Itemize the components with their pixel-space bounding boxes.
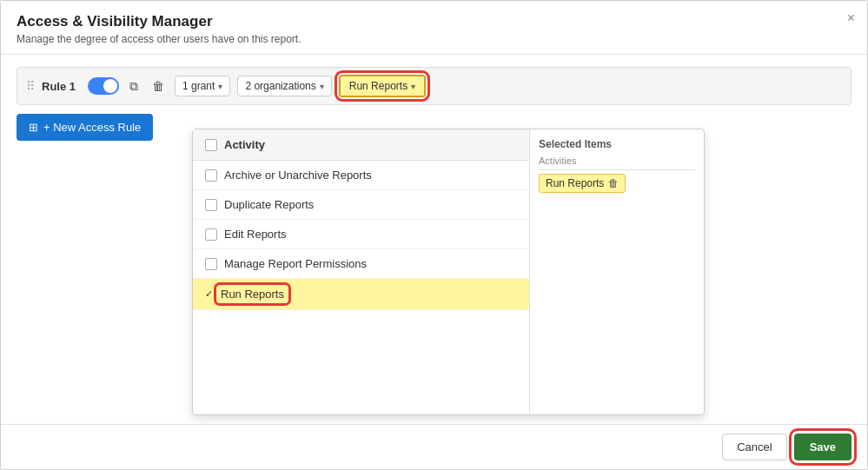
list-item[interactable]: Archive or Unarchive Reports	[193, 161, 529, 190]
panel-right: Selected Items Activities Run Reports 🗑	[530, 129, 704, 414]
archive-label: Archive or Unarchive Reports	[224, 169, 372, 182]
rule-toggle[interactable]	[88, 77, 119, 95]
run-reports-label: Run Reports	[349, 80, 407, 92]
org-chevron-icon: ▾	[320, 82, 324, 91]
activity-dropdown-panel: Activity Archive or Unarchive Reports Du…	[192, 129, 705, 415]
archive-checkbox[interactable]	[205, 169, 217, 182]
panel-header: Activity	[193, 129, 529, 161]
grant-dropdown[interactable]: 1 grant ▾	[175, 76, 230, 96]
new-access-rule-label: + New Access Rule	[43, 121, 141, 134]
check-icon: ✓	[205, 288, 213, 300]
panel-left: Activity Archive or Unarchive Reports Du…	[193, 129, 530, 414]
selected-tag: Run Reports 🗑	[539, 174, 626, 193]
modal-header: Access & Visibility Manager Manage the d…	[1, 1, 867, 55]
drag-handle-icon: ⠿	[26, 79, 35, 93]
org-dropdown[interactable]: 2 organizations ▾	[237, 76, 331, 96]
duplicate-label: Duplicate Reports	[224, 198, 314, 211]
tag-remove-icon[interactable]: 🗑	[608, 177, 619, 189]
manage-label: Manage Report Permissions	[224, 257, 367, 270]
plus-icon: ⊞	[29, 121, 38, 134]
selected-items-title: Selected Items	[539, 138, 695, 150]
close-button[interactable]: ×	[847, 11, 855, 25]
copy-icon[interactable]: ⧉	[126, 77, 142, 96]
list-item[interactable]: ✓ Run Reports	[193, 279, 529, 310]
tag-label: Run Reports	[546, 177, 604, 189]
modal-title: Access & Visibility Manager	[17, 13, 851, 30]
duplicate-checkbox[interactable]	[205, 199, 217, 211]
grant-chevron-icon: ▾	[218, 82, 222, 91]
access-visibility-modal: Access & Visibility Manager Manage the d…	[0, 0, 868, 470]
modal-body: ⠿ Rule 1 ⧉ 🗑 1 grant ▾ 2 organizations ▾…	[1, 55, 867, 424]
save-button[interactable]: Save	[794, 434, 851, 460]
rule-row: ⠿ Rule 1 ⧉ 🗑 1 grant ▾ 2 organizations ▾…	[17, 67, 851, 105]
org-value: 2 organizations	[245, 80, 315, 92]
panel-empty-space	[193, 310, 529, 414]
list-item[interactable]: Duplicate Reports	[193, 190, 529, 220]
edit-checkbox[interactable]	[205, 228, 217, 241]
delete-icon[interactable]: 🗑	[149, 77, 168, 95]
run-reports-item-label: Run Reports	[218, 287, 287, 301]
manage-checkbox[interactable]	[205, 258, 217, 270]
run-reports-dropdown-button[interactable]: Run Reports ▾	[339, 75, 426, 97]
list-item[interactable]: Edit Reports	[193, 220, 529, 249]
new-access-rule-button[interactable]: ⊞ + New Access Rule	[17, 114, 153, 141]
rule-label: Rule 1	[42, 80, 76, 93]
run-reports-chevron-icon: ▾	[411, 82, 415, 91]
modal-subtitle: Manage the degree of access other users …	[17, 33, 851, 45]
cancel-button[interactable]: Cancel	[722, 434, 786, 460]
edit-label: Edit Reports	[224, 228, 287, 241]
modal-footer: Cancel Save	[1, 424, 867, 469]
grant-value: 1 grant	[182, 80, 215, 92]
activities-label: Activities	[539, 156, 695, 170]
activity-header-label: Activity	[224, 138, 265, 151]
select-all-checkbox[interactable]	[205, 139, 217, 151]
list-item[interactable]: Manage Report Permissions	[193, 249, 529, 279]
